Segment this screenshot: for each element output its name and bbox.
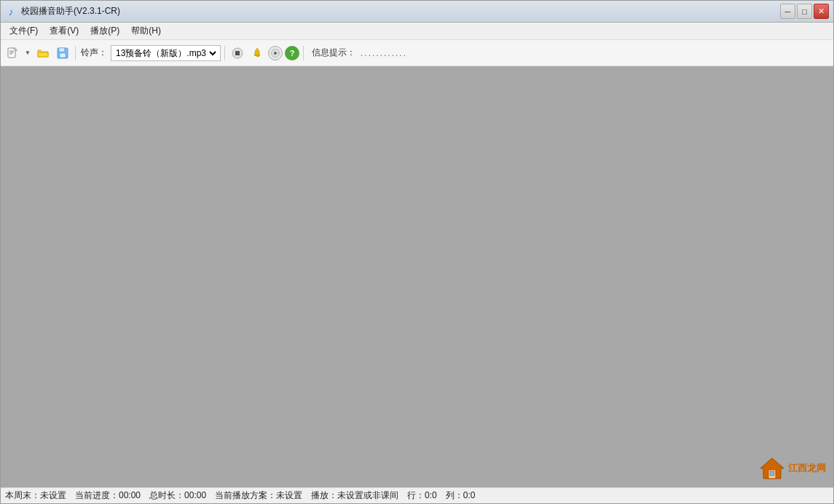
status-total: 总时长：00:00 [149, 489, 206, 502]
save-icon [57, 47, 68, 59]
open-folder-button[interactable] [34, 44, 52, 62]
svg-rect-7 [60, 53, 66, 58]
toolbar-separator-3 [303, 46, 304, 60]
toolbar-separator-1 [75, 46, 76, 60]
info-button[interactable]: ? [285, 46, 299, 60]
ring-select[interactable]: 13预备铃（新版）.mp3 [113, 47, 219, 59]
info-icon: ? [290, 49, 295, 58]
play-button[interactable] [268, 46, 283, 60]
status-row: 行：0:0 [407, 489, 437, 502]
folder-icon [37, 47, 49, 59]
menu-file[interactable]: 文件(F) [4, 23, 44, 39]
toolbar: ▼ 铃声： 13预备铃（新版）.mp3 [1, 40, 833, 66]
close-button[interactable]: ✕ [814, 4, 829, 19]
menu-bar: 文件(F) 查看(V) 播放(P) 帮助(H) [1, 23, 833, 40]
main-window: ♪ 校园播音助手(V2.3.1-CR) ─ □ ✕ 文件(F) 查看(V) 播放… [0, 0, 834, 504]
status-col: 列：0:0 [446, 489, 476, 502]
app-icon: ♪ [5, 6, 17, 17]
new-file-icon [7, 47, 18, 59]
stop-icon [232, 47, 243, 59]
toolbar-separator-2 [224, 46, 225, 60]
save-button[interactable] [54, 44, 71, 62]
bell-button[interactable] [248, 44, 266, 62]
status-bar: 本周末：未设置 当前进度：00:00 总时长：00:00 当前播放方案：未设置 … [1, 487, 833, 503]
maximize-button[interactable]: □ [797, 4, 812, 19]
svg-rect-8 [64, 49, 66, 51]
menu-view[interactable]: 查看(V) [44, 23, 84, 39]
status-scheme: 当前播放方案：未设置 [215, 489, 302, 502]
status-week: 本周末：未设置 [5, 489, 66, 502]
dropdown-arrow-icon: ▼ [25, 50, 31, 56]
svg-rect-6 [59, 48, 65, 52]
minimize-button[interactable]: ─ [780, 4, 795, 19]
new-dropdown-button[interactable]: ▼ [23, 44, 32, 62]
stop-button[interactable] [229, 44, 246, 62]
title-buttons: ─ □ ✕ [780, 4, 829, 19]
menu-play[interactable]: 播放(P) [84, 23, 125, 39]
info-dots: ............ [361, 48, 407, 58]
svg-rect-17 [770, 471, 774, 476]
watermark-text: 江西龙网 [788, 462, 826, 475]
play-icon [271, 49, 280, 58]
status-progress: 当前进度：00:00 [75, 489, 141, 502]
menu-help[interactable]: 帮助(H) [125, 23, 167, 39]
title-bar-left: ♪ 校园播音助手(V2.3.1-CR) [5, 5, 120, 17]
house-icon [759, 455, 785, 481]
new-file-button[interactable] [4, 44, 21, 62]
window-title: 校园播音助手(V2.3.1-CR) [21, 5, 120, 17]
status-play: 播放：未设置或非课间 [311, 489, 398, 502]
bell-icon [251, 47, 263, 59]
bell-label: 铃声： [81, 47, 107, 59]
info-label: 信息提示： [312, 47, 355, 59]
main-content-area: 江西龙网 [1, 66, 833, 487]
ring-select-container[interactable]: 13预备铃（新版）.mp3 [111, 45, 221, 61]
title-bar: ♪ 校园播音助手(V2.3.1-CR) ─ □ ✕ [1, 1, 833, 23]
watermark: 江西龙网 [759, 455, 826, 481]
svg-rect-10 [235, 51, 240, 55]
